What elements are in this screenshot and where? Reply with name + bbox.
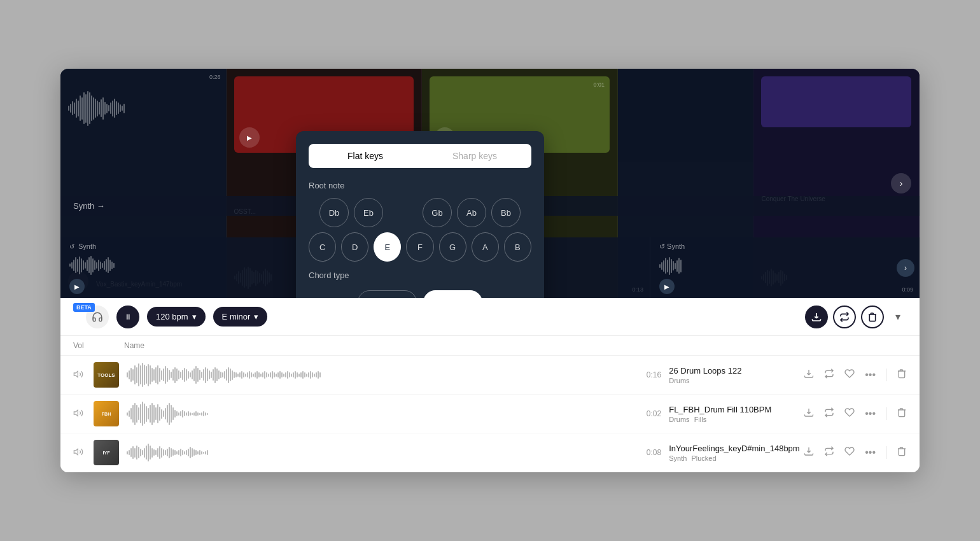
delete-icon-1[interactable] (897, 369, 907, 381)
vol-icon-2 (73, 408, 86, 420)
tag-drums-2: Drums (669, 416, 689, 423)
key-popup: Flat keys Sharp keys Root note Db Eb Gb … (296, 131, 544, 298)
sub-card-1: ↺ Synth 0:21 ▶ (60, 237, 330, 298)
note-btn-e[interactable]: E (374, 232, 401, 262)
track-list-header: Vol Name (60, 336, 920, 356)
key-dropdown[interactable]: E minor ▾ (213, 307, 268, 327)
favorite-icon-1[interactable] (844, 369, 855, 381)
bpm-chevron-icon: ▾ (192, 312, 197, 321)
pause-icon: ⏸ (124, 313, 132, 321)
download-icon-3[interactable] (804, 446, 814, 459)
play-next-button[interactable]: › (891, 173, 911, 193)
note-btn-d[interactable]: D (341, 232, 368, 262)
svg-marker-2 (74, 449, 78, 454)
track-actions-3: ••• (804, 446, 907, 459)
remix-icon-2[interactable] (824, 407, 834, 420)
root-note-label: Root note (309, 181, 531, 190)
time-badge-1: 0:26 (209, 74, 221, 80)
more-icon-3[interactable]: ••• (865, 447, 876, 458)
track-thumb-3: IYF (94, 440, 119, 465)
remix-icon-1[interactable] (824, 369, 834, 381)
flat-keys-tab[interactable]: Flat keys (311, 146, 420, 166)
key-chevron-icon: ▾ (254, 312, 258, 321)
sub-time-3: 0:09 (902, 286, 913, 293)
favorite-icon-2[interactable] (844, 407, 855, 420)
sub-label-1: Synth (78, 242, 96, 250)
note-btn-bb[interactable]: Bb (491, 198, 521, 227)
expand-button[interactable]: ▾ (889, 308, 907, 326)
track-thumb-1: TOOLS (94, 362, 119, 388)
preview-area: 0:26 ▶ Vox_Bastix_keyAmin_147bpm ▶ OSST.… (60, 69, 920, 298)
track-duration-2: 0:02 (642, 409, 661, 418)
delete-button[interactable] (861, 306, 884, 328)
track-duration-1: 0:16 (642, 370, 661, 379)
bpm-label: 120 bpm (156, 312, 188, 321)
track-actions-1: ••• (804, 369, 907, 381)
natural-note-row: C D E F G A B (309, 232, 531, 262)
note-btn-db[interactable]: Db (319, 198, 349, 227)
key-label: E minor (222, 312, 251, 321)
key-tabs: Flat keys Sharp keys (309, 144, 531, 168)
svg-marker-0 (74, 371, 78, 377)
track-list: Vol Name TOOLS 0:16 26 Drum Loops 122 (60, 336, 920, 472)
note-btn-b[interactable]: B (504, 232, 531, 262)
note-btn-g[interactable]: G (439, 232, 466, 262)
svg-marker-1 (74, 410, 78, 416)
vol-icon-1 (73, 369, 86, 381)
action-divider-3 (886, 446, 886, 459)
track-waveform-3 (127, 440, 634, 465)
chord-major-btn[interactable]: Major (358, 290, 417, 298)
toolbar-right: ▾ (805, 306, 907, 328)
download-button[interactable] (805, 306, 828, 328)
sub-card-3-label: ↺ Synth (659, 242, 911, 251)
tag-drums-1: Drums (669, 377, 689, 384)
pause-button[interactable]: ⏸ (116, 306, 139, 328)
bpm-dropdown[interactable]: 120 bpm ▾ (147, 307, 206, 327)
chord-minor-btn[interactable]: Minor (423, 290, 482, 298)
table-row: TOOLS 0:16 26 Drum Loops 122 Drums (60, 356, 920, 395)
chord-type-label: Chord type (309, 270, 531, 280)
download-icon-1[interactable] (804, 369, 814, 381)
sub-play-3[interactable]: ▶ (659, 279, 675, 294)
tag-fills-2: Fills (694, 416, 707, 423)
track-tags-2: Drums Fills (669, 416, 796, 423)
note-btn-gb[interactable]: Gb (423, 198, 452, 227)
action-divider-1 (886, 369, 886, 381)
download-icon-2[interactable] (804, 407, 814, 420)
note-btn-f[interactable]: F (406, 232, 433, 262)
note-btn-ab[interactable]: Ab (457, 198, 486, 227)
track-name-2: FL_FBH_Drum Fill 110BPM (669, 405, 796, 414)
sub-play-1[interactable]: ▶ (69, 279, 85, 294)
track-thumb-2: FBH (94, 401, 119, 426)
tag-plucked-3: Plucked (691, 454, 716, 462)
track-name-3: InYourFeelings_keyD#min_148bpm (669, 444, 796, 453)
vol-icon-3 (73, 447, 86, 459)
track-tags-1: Drums (669, 377, 796, 384)
delete-icon-3[interactable] (897, 446, 907, 459)
delete-icon-2[interactable] (897, 407, 907, 420)
sub-card-1-label: ↺ Synth (69, 242, 321, 250)
play-button-2[interactable]: ▶ (239, 127, 260, 148)
synth-row-label: Synth → (73, 201, 105, 211)
header-vol: Vol (73, 341, 86, 350)
sub-time-2: 0:13 (632, 286, 643, 293)
remix-button[interactable] (833, 306, 856, 328)
track-waveform-2 (127, 401, 634, 426)
note-btn-eb[interactable]: Eb (354, 198, 383, 227)
header-name: Name (124, 341, 907, 350)
more-icon-1[interactable]: ••• (865, 369, 876, 381)
more-icon-2[interactable]: ••• (865, 408, 876, 419)
action-divider-2 (886, 407, 886, 420)
note-btn-c[interactable]: C (309, 232, 336, 262)
track-info-1: 26 Drum Loops 122 Drums (669, 366, 796, 384)
note-btn-a[interactable]: A (472, 232, 499, 262)
track-tags-3: Synth Plucked (669, 454, 796, 462)
time-badge-3: 0:01 (593, 81, 605, 88)
track-name-1: 26 Drum Loops 122 (669, 366, 796, 376)
sharp-note-row: Db Eb Gb Ab Bb (309, 198, 531, 227)
favorite-icon-3[interactable] (844, 446, 855, 459)
remix-icon-3[interactable] (824, 446, 834, 459)
sub-next-3[interactable]: › (897, 259, 914, 277)
chord-row: Major Minor (309, 290, 531, 298)
sharp-keys-tab[interactable]: Sharp keys (420, 146, 529, 166)
